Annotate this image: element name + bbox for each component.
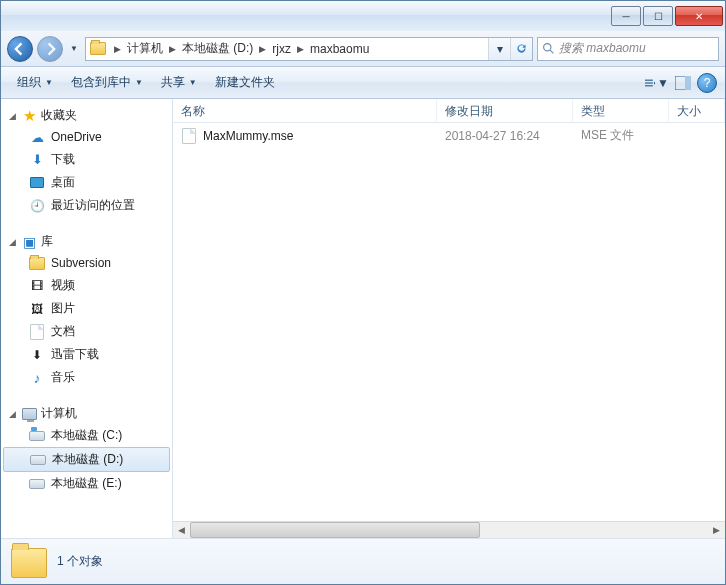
sidebar-item-drive-e[interactable]: 本地磁盘 (E:): [1, 472, 172, 495]
sidebar-item-music[interactable]: ♪音乐: [1, 366, 172, 389]
column-name[interactable]: 名称: [173, 99, 437, 122]
scroll-track[interactable]: [190, 522, 708, 538]
chevron-right-icon: ▶: [293, 44, 308, 54]
breadcrumb[interactable]: rjxz: [270, 42, 293, 56]
sidebar-item-label: 图片: [51, 300, 75, 317]
maximize-icon: ☐: [654, 11, 663, 22]
video-icon: 🎞: [29, 278, 45, 294]
navigation-bar: ▼ ▶ 计算机 ▶ 本地磁盘 (D:) ▶ rjxz ▶ maxbaomu ▾ …: [1, 31, 725, 67]
column-date[interactable]: 修改日期: [437, 99, 573, 122]
sidebar-item-documents[interactable]: 文档: [1, 320, 172, 343]
sidebar-item-pictures[interactable]: 🖼图片: [1, 297, 172, 320]
drive-icon: [29, 428, 45, 444]
sidebar-item-label: 视频: [51, 277, 75, 294]
search-placeholder: 搜索 maxbaomu: [559, 40, 646, 57]
search-icon: [542, 42, 555, 55]
star-icon: ★: [21, 108, 37, 124]
maximize-button[interactable]: ☐: [643, 6, 673, 26]
download-icon: ⬇: [29, 152, 45, 168]
collapse-icon: ◢: [7, 111, 17, 121]
share-menu[interactable]: 共享▼: [153, 70, 205, 95]
sidebar-item-thunder[interactable]: ⬇迅雷下载: [1, 343, 172, 366]
sidebar-item-label: 最近访问的位置: [51, 197, 135, 214]
breadcrumb[interactable]: maxbaomu: [308, 42, 371, 56]
help-button[interactable]: ?: [697, 73, 717, 93]
document-icon: [29, 324, 45, 340]
search-input[interactable]: 搜索 maxbaomu: [537, 37, 719, 61]
sidebar-item-drive-c[interactable]: 本地磁盘 (C:): [1, 424, 172, 447]
sidebar-item-videos[interactable]: 🎞视频: [1, 274, 172, 297]
new-folder-button[interactable]: 新建文件夹: [207, 70, 283, 95]
column-size[interactable]: 大小: [669, 99, 725, 122]
breadcrumb[interactable]: 本地磁盘 (D:): [180, 40, 255, 57]
folder-icon: [29, 255, 45, 271]
scroll-thumb[interactable]: [190, 522, 480, 538]
folder-icon: [88, 39, 108, 59]
address-dropdown[interactable]: ▾: [488, 38, 510, 60]
address-bar[interactable]: ▶ 计算机 ▶ 本地磁盘 (D:) ▶ rjxz ▶ maxbaomu ▾: [85, 37, 533, 61]
sidebar-item-desktop[interactable]: 桌面: [1, 171, 172, 194]
file-type: MSE 文件: [573, 127, 669, 144]
preview-pane-button[interactable]: [671, 71, 695, 95]
file-icon: [181, 128, 197, 144]
file-name: MaxMummy.mse: [203, 129, 293, 143]
sidebar-item-onedrive[interactable]: ☁OneDrive: [1, 126, 172, 148]
svg-rect-6: [685, 76, 691, 90]
computer-label: 计算机: [41, 405, 77, 422]
command-bar: 组织▼ 包含到库中▼ 共享▼ 新建文件夹 ▼ ?: [1, 67, 725, 99]
sidebar-item-label: 文档: [51, 323, 75, 340]
back-button[interactable]: [7, 36, 33, 62]
chevron-right-icon: ▶: [255, 44, 270, 54]
libraries-header[interactable]: ◢ ▣ 库: [1, 231, 172, 252]
file-date: 2018-04-27 16:24: [437, 129, 573, 143]
chevron-right-icon: ▶: [165, 44, 180, 54]
minimize-icon: ─: [622, 11, 629, 22]
sidebar-item-recent[interactable]: 🕘最近访问的位置: [1, 194, 172, 217]
sidebar-item-label: 本地磁盘 (D:): [52, 451, 123, 468]
music-icon: ♪: [29, 370, 45, 386]
caret-down-icon: ▼: [189, 78, 197, 87]
nav-history-dropdown[interactable]: ▼: [67, 36, 81, 62]
computer-group: ◢ 计算机 本地磁盘 (C:) 本地磁盘 (D:) 本地磁盘 (E:): [1, 403, 172, 495]
file-list[interactable]: MaxMummy.mse 2018-04-27 16:24 MSE 文件: [173, 123, 725, 521]
computer-icon: [21, 406, 37, 422]
favorites-header[interactable]: ◢ ★ 收藏夹: [1, 105, 172, 126]
computer-header[interactable]: ◢ 计算机: [1, 403, 172, 424]
drive-icon: [29, 476, 45, 492]
collapse-icon: ◢: [7, 409, 17, 419]
collapse-icon: ◢: [7, 237, 17, 247]
svg-rect-2: [645, 79, 653, 80]
scroll-right-icon[interactable]: ▶: [708, 522, 725, 539]
view-options-button[interactable]: ▼: [645, 71, 669, 95]
scroll-left-icon[interactable]: ◀: [173, 522, 190, 539]
breadcrumb[interactable]: 计算机: [125, 40, 165, 57]
download-icon: ⬇: [29, 347, 45, 363]
share-label: 共享: [161, 74, 185, 91]
organize-menu[interactable]: 组织▼: [9, 70, 61, 95]
status-text: 1 个对象: [57, 553, 103, 570]
recent-icon: 🕘: [29, 198, 45, 214]
sidebar-item-downloads[interactable]: ⬇下载: [1, 148, 172, 171]
file-list-pane: 名称 修改日期 类型 大小 MaxMummy.mse 2018-04-27 16…: [173, 99, 725, 538]
svg-rect-3: [645, 82, 653, 83]
file-row[interactable]: MaxMummy.mse 2018-04-27 16:24 MSE 文件: [173, 123, 725, 148]
preview-pane-icon: [675, 76, 691, 90]
include-label: 包含到库中: [71, 74, 131, 91]
forward-button[interactable]: [37, 36, 63, 62]
organize-label: 组织: [17, 74, 41, 91]
column-type[interactable]: 类型: [573, 99, 669, 122]
minimize-button[interactable]: ─: [611, 6, 641, 26]
help-icon: ?: [704, 76, 711, 90]
include-in-library-menu[interactable]: 包含到库中▼: [63, 70, 151, 95]
refresh-button[interactable]: [510, 38, 532, 60]
titlebar: ─ ☐ ✕: [1, 1, 725, 31]
navigation-pane: ◢ ★ 收藏夹 ☁OneDrive ⬇下载 桌面 🕘最近访问的位置 ◢ ▣ 库 …: [1, 99, 173, 538]
horizontal-scrollbar[interactable]: ◀ ▶: [173, 521, 725, 538]
sidebar-item-label: 本地磁盘 (E:): [51, 475, 122, 492]
sidebar-item-subversion[interactable]: Subversion: [1, 252, 172, 274]
sidebar-item-label: Subversion: [51, 256, 111, 270]
folder-icon: [11, 544, 47, 580]
window-controls: ─ ☐ ✕: [609, 6, 723, 26]
close-button[interactable]: ✕: [675, 6, 723, 26]
sidebar-item-drive-d[interactable]: 本地磁盘 (D:): [3, 447, 170, 472]
